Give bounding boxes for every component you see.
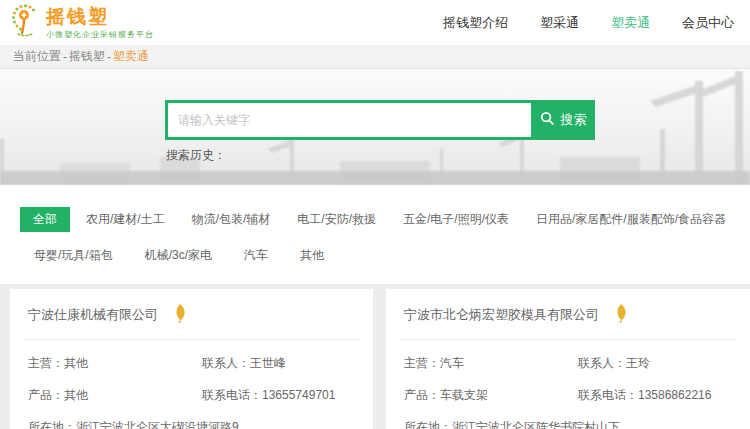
contact-label: 联系人： — [578, 356, 626, 370]
category-row-2: 母婴/玩具/箱包 机械/3c/家电 汽车 其他 — [20, 247, 750, 264]
card-row: 所在地：浙江宁波北仑区陈华书院村山下 — [404, 419, 732, 429]
address-label: 所在地： — [404, 419, 452, 429]
product-value: 其他 — [64, 388, 88, 402]
product-value: 车载支架 — [440, 388, 488, 402]
contact-value: 王世峰 — [250, 356, 286, 370]
main-business-label: 主营： — [404, 356, 440, 370]
nav-item-sumaitong[interactable]: 塑卖通 — [611, 14, 650, 32]
search-history-label: 搜索历史： — [166, 147, 226, 164]
breadcrumb-label: 当前位置 — [13, 48, 61, 65]
category-tab[interactable]: 其他 — [300, 247, 324, 264]
main-business-value: 汽车 — [440, 356, 464, 370]
product-label: 产品： — [28, 388, 64, 402]
breadcrumb-separator: - — [63, 50, 67, 64]
page: 摇钱塑 小微塑化企业采销服务平台 摇钱塑介绍 塑采通 塑卖通 会员中心 当前位置… — [0, 0, 750, 429]
divider — [23, 339, 360, 340]
nav-item-intro[interactable]: 摇钱塑介绍 — [443, 14, 508, 32]
category-tab[interactable]: 电工/安防/救援 — [297, 211, 376, 228]
gold-leaf-icon — [613, 303, 629, 327]
nav-item-sucaitong[interactable]: 塑采通 — [540, 14, 579, 32]
card-row: 所在地：浙江宁波北仑区大碶沿塘河路9 — [28, 419, 355, 429]
logo-title: 摇钱塑 — [46, 7, 154, 27]
money-tree-icon — [8, 3, 42, 43]
category-tab-all[interactable]: 全部 — [20, 207, 70, 232]
logo[interactable]: 摇钱塑 小微塑化企业采销服务平台 — [8, 3, 154, 43]
main-business-value: 其他 — [64, 356, 88, 370]
company-card: 宁波市北仑炳宏塑胶模具有限公司 主营：汽车 联系人：王玲 — [386, 289, 750, 429]
product-label: 产品： — [404, 388, 440, 402]
category-tab[interactable]: 五金/电子/照明/仪表 — [403, 211, 509, 228]
phone-label: 联系电话： — [202, 388, 262, 402]
search-banner: 搜索 搜索历史： — [0, 69, 750, 185]
card-row: 产品：其他 联系电话：13655749701 — [28, 387, 355, 404]
search-input[interactable] — [168, 103, 531, 137]
address-value: 浙江宁波北仑区大碶沿塘河路9 — [76, 419, 239, 429]
category-tab[interactable]: 农用/建材/土工 — [86, 211, 165, 228]
card-row: 主营：其他 联系人：王世峰 — [28, 355, 355, 372]
company-card-list: 宁波仕康机械有限公司 主营：其他 联系人：王世峰 — [0, 284, 750, 429]
gold-leaf-icon — [172, 303, 188, 327]
logo-tagline: 小微塑化企业采销服务平台 — [46, 29, 154, 40]
address-label: 所在地： — [28, 419, 76, 429]
nav-item-member-center[interactable]: 会员中心 — [682, 14, 734, 32]
search-icon — [540, 111, 555, 129]
contact-label: 联系人： — [202, 356, 250, 370]
breadcrumb-home-link[interactable]: 摇钱塑 — [69, 48, 105, 65]
category-row-1: 全部 农用/建材/土工 物流/包装/辅材 电工/安防/救援 五金/电子/照明/仪… — [20, 207, 750, 232]
breadcrumb-current[interactable]: 塑卖通 — [113, 48, 149, 65]
card-row: 主营：汽车 联系人：王玲 — [404, 355, 732, 372]
category-tab[interactable]: 物流/包装/辅材 — [192, 211, 271, 228]
category-tab[interactable]: 机械/3c/家电 — [145, 247, 212, 264]
breadcrumb-separator: - — [107, 50, 111, 64]
main-nav: 摇钱塑介绍 塑采通 塑卖通 会员中心 — [443, 14, 734, 32]
category-tab[interactable]: 汽车 — [244, 247, 268, 264]
category-tab[interactable]: 日用品/家居配件/服装配饰/食品容器 — [536, 211, 726, 228]
main-business-label: 主营： — [28, 356, 64, 370]
search-box: 搜索 — [165, 100, 595, 140]
breadcrumb: 当前位置 - 摇钱塑 - 塑卖通 — [0, 45, 750, 69]
header: 摇钱塑 小微塑化企业采销服务平台 摇钱塑介绍 塑采通 塑卖通 会员中心 — [0, 0, 750, 45]
phone-label: 联系电话： — [578, 388, 638, 402]
category-tab[interactable]: 母婴/玩具/箱包 — [34, 247, 113, 264]
phone-value: 13586862216 — [638, 388, 711, 402]
category-filter: 全部 农用/建材/土工 物流/包装/辅材 电工/安防/救援 五金/电子/照明/仪… — [0, 185, 750, 284]
address-value: 浙江宁波北仑区陈华书院村山下 — [452, 419, 620, 429]
company-name[interactable]: 宁波仕康机械有限公司 — [28, 306, 158, 324]
company-name[interactable]: 宁波市北仑炳宏塑胶模具有限公司 — [404, 306, 599, 324]
card-row: 产品：车载支架 联系电话：13586862216 — [404, 387, 732, 404]
divider — [399, 339, 737, 340]
contact-value: 王玲 — [626, 356, 650, 370]
search-button[interactable]: 搜索 — [531, 100, 595, 140]
phone-value: 13655749701 — [262, 388, 335, 402]
search-button-label: 搜索 — [561, 111, 587, 129]
company-card: 宁波仕康机械有限公司 主营：其他 联系人：王世峰 — [10, 289, 373, 429]
